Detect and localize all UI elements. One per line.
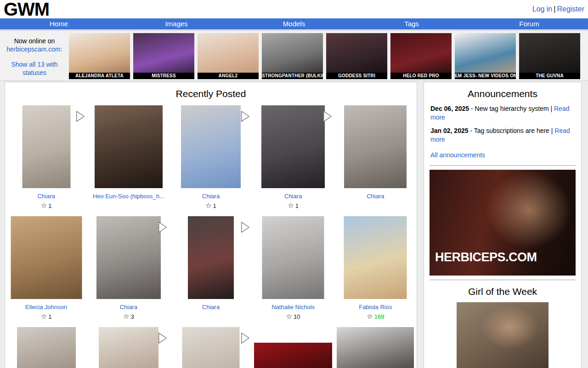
online-model-name: THE GUVNA bbox=[519, 73, 580, 79]
site-logo[interactable]: GWM bbox=[3, 0, 49, 18]
star-icon: ☆ bbox=[288, 201, 294, 209]
thumbnail[interactable] bbox=[5, 215, 87, 300]
star-icon: ☆ bbox=[123, 312, 129, 320]
nav-item-home[interactable]: Home bbox=[0, 18, 118, 29]
model-name-link[interactable]: Chiara bbox=[170, 193, 252, 200]
model-name-link[interactable]: Heo Eun-Soo (hipboss_h... bbox=[87, 193, 170, 200]
image-card: Nathalie Nichols ☆10 bbox=[252, 215, 334, 321]
nav-item-images[interactable]: Images bbox=[118, 18, 235, 29]
play-icon bbox=[157, 221, 168, 234]
thumbnail-image bbox=[261, 105, 325, 188]
online-model-name: EM JESS- NEW VIDEOS ON bbox=[455, 73, 516, 79]
thumbnail[interactable] bbox=[87, 104, 170, 190]
model-name-link[interactable]: Ellecia Johnson bbox=[5, 304, 87, 310]
image-grid: Chiara ☆1 Heo Eun-Soo (hipboss_h... Chia… bbox=[5, 104, 417, 368]
model-name-link[interactable]: Chiara bbox=[170, 304, 252, 310]
image-card: Chiara bbox=[170, 215, 252, 321]
thumbnail-image bbox=[182, 327, 239, 368]
announcements-title: Announcements bbox=[430, 88, 576, 99]
image-card: Chiara ☆3 bbox=[87, 215, 170, 321]
girl-of-week-image[interactable] bbox=[457, 302, 548, 368]
online-model-image bbox=[262, 33, 323, 79]
image-card: Fabiola Rios ☆169 bbox=[334, 215, 417, 321]
play-icon bbox=[240, 221, 251, 234]
model-name-link[interactable]: Chiara bbox=[334, 193, 417, 200]
model-name-link[interactable]: Chiara bbox=[252, 193, 334, 200]
thumbnail[interactable] bbox=[252, 326, 334, 368]
online-model-image bbox=[69, 33, 130, 79]
thumbnail[interactable] bbox=[5, 326, 87, 368]
thumbnail[interactable] bbox=[170, 326, 252, 368]
online-model-image bbox=[455, 33, 516, 79]
star-icon: ☆ bbox=[367, 312, 373, 320]
sidebar: Announcements Dec 06, 2025 - New tag hie… bbox=[424, 82, 582, 368]
star-rating: ☆10 bbox=[252, 312, 334, 321]
model-name-link[interactable]: Chiara bbox=[87, 304, 170, 310]
online-model-thumb[interactable]: THE GUVNA bbox=[519, 33, 580, 79]
online-model-thumb[interactable]: STRONGPANTHER (BULKIN bbox=[262, 33, 323, 79]
thumbnail-image bbox=[337, 327, 414, 368]
model-name-link[interactable]: Fabiola Rios bbox=[334, 304, 417, 310]
online-model-image bbox=[519, 33, 580, 79]
thumbnail-image bbox=[254, 343, 332, 368]
online-model-thumb[interactable]: GODDESS SITRI bbox=[326, 33, 387, 79]
page: GWM Log in|Register HomeImagesModelsTags… bbox=[0, 0, 588, 368]
thumbnail[interactable] bbox=[252, 104, 334, 190]
star-rating: ☆1 bbox=[252, 201, 334, 210]
herbiceps-banner[interactable]: HERBICEPS.COM bbox=[430, 170, 576, 276]
online-model-thumb[interactable]: ALEJANDRA ATLETA bbox=[69, 33, 130, 79]
nav-item-tags[interactable]: Tags bbox=[353, 18, 470, 29]
star-count: 1 bbox=[295, 202, 299, 209]
thumbnail[interactable] bbox=[334, 104, 417, 190]
announcement-text: - New tag hierarchy system | bbox=[469, 105, 554, 112]
herbicepscam-link[interactable]: herbicepscam.com: bbox=[6, 46, 62, 53]
star-icon: ☆ bbox=[41, 312, 47, 320]
thumbnail[interactable] bbox=[5, 104, 87, 190]
register-link[interactable]: Register bbox=[557, 5, 584, 13]
login-link[interactable]: Log in bbox=[532, 5, 553, 13]
thumbnail[interactable] bbox=[87, 326, 170, 368]
star-rating: ☆1 bbox=[5, 201, 87, 210]
star-count: 10 bbox=[294, 313, 300, 320]
banner-text: HERBICEPS.COM bbox=[435, 250, 537, 264]
show-all-link[interactable]: Show all 13 with statuses bbox=[11, 61, 57, 76]
nav-item-models[interactable]: Models bbox=[235, 18, 353, 29]
thumbnail[interactable] bbox=[334, 326, 417, 368]
image-card bbox=[5, 326, 87, 368]
online-model-thumb[interactable]: MISTRESS bbox=[133, 33, 194, 79]
top-header: GWM Log in|Register bbox=[0, 0, 588, 18]
thumbnail-image bbox=[11, 216, 82, 299]
online-model-name: MISTRESS bbox=[133, 73, 194, 79]
play-icon bbox=[157, 332, 168, 345]
online-model-image bbox=[326, 33, 387, 79]
star-count: 3 bbox=[130, 313, 134, 320]
nav-item-forum[interactable]: Forum bbox=[470, 18, 588, 29]
thumbnail-image bbox=[99, 327, 158, 368]
play-icon bbox=[322, 110, 333, 123]
thumbnail[interactable] bbox=[170, 215, 252, 300]
main-nav: HomeImagesModelsTagsForum bbox=[0, 18, 588, 29]
thumbnail-image bbox=[344, 105, 407, 188]
model-name-link[interactable]: Nathalie Nichols bbox=[252, 304, 334, 310]
online-model-thumb[interactable]: HELO RED PRO bbox=[390, 33, 452, 79]
thumbnail[interactable] bbox=[170, 104, 252, 190]
star-rating: ☆1 bbox=[5, 312, 87, 321]
star-icon: ☆ bbox=[41, 201, 47, 209]
online-model-name: ANGEL2 bbox=[198, 73, 259, 79]
announcement-item: Jan 02, 2025 - Tag subscriptions are her… bbox=[430, 126, 575, 144]
divider bbox=[430, 165, 576, 166]
recently-posted-panel: Recently Posted Chiara ☆1 Heo Eun-Soo (h… bbox=[5, 82, 417, 368]
online-model-thumb[interactable]: ANGEL2 bbox=[198, 33, 259, 79]
thumbnail[interactable] bbox=[87, 215, 170, 300]
online-model-image bbox=[133, 33, 194, 79]
thumbnail[interactable] bbox=[334, 215, 417, 300]
all-announcements-link[interactable]: All announcements bbox=[430, 151, 575, 159]
star-count: 1 bbox=[48, 202, 51, 209]
thumbnail-image bbox=[17, 327, 76, 368]
thumbnail[interactable] bbox=[252, 215, 334, 300]
announcement-date: Jan 02, 2025 bbox=[430, 127, 469, 134]
model-name-link[interactable]: Chiara bbox=[5, 193, 87, 200]
announcement-text: - Tag subscriptions are here | bbox=[469, 127, 555, 134]
online-model-thumb[interactable]: EM JESS- NEW VIDEOS ON bbox=[455, 33, 516, 79]
play-icon bbox=[240, 332, 251, 345]
